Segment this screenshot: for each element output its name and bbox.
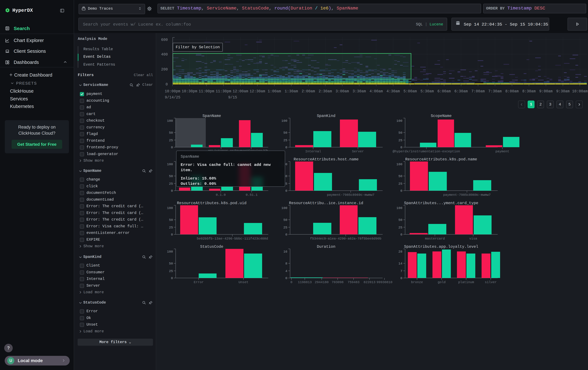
svg-text:4:30am: 4:30am <box>387 89 400 93</box>
svg-text:silver: silver <box>485 280 497 284</box>
svg-text:4:00am: 4:00am <box>369 89 383 93</box>
svg-text:12:30am: 12:30am <box>250 89 265 93</box>
svg-text:9/15: 9/15 <box>228 95 237 100</box>
svg-text:3:30am: 3:30am <box>353 89 366 93</box>
svg-text:gold: gold <box>438 280 445 284</box>
svg-text:12:00am: 12:00am <box>233 89 248 93</box>
svg-text:ResourceAttributes.host.name: ResourceAttributes.host.name <box>294 157 358 161</box>
svg-text:8: 8 <box>285 262 287 265</box>
svg-text:10:30pm: 10:30pm <box>182 89 197 93</box>
svg-text:50: 50 <box>169 174 173 178</box>
svg-text:8:00am: 8:00am <box>505 89 519 93</box>
svg-text:0.51.1: 0.51.1 <box>246 193 258 197</box>
svg-text:50: 50 <box>398 131 402 135</box>
svg-text:50: 50 <box>169 131 173 135</box>
svg-text:9/14/25: 9/14/25 <box>165 95 180 100</box>
svg-text:703098: 703098 <box>332 280 344 284</box>
svg-text:@hyperdx/instrumentation-excep: @hyperdx/instrumentation-exception <box>393 150 460 153</box>
svg-text:StatusCode: StatusCode <box>200 245 223 249</box>
svg-text:mastercard: mastercard <box>425 237 445 240</box>
svg-text:1198813: 1198813 <box>298 280 312 284</box>
svg-text:6:30am: 6:30am <box>454 89 468 93</box>
svg-text:50: 50 <box>169 218 173 222</box>
svg-text:0: 0 <box>400 146 402 149</box>
svg-text:8:30am: 8:30am <box>522 89 536 93</box>
svg-text:600: 600 <box>161 38 168 42</box>
svg-text:50: 50 <box>283 131 287 135</box>
svg-text:SpanAttributes.app.loyalty.lev: SpanAttributes.app.loyalty.level <box>404 245 478 249</box>
svg-text:100: 100 <box>282 206 287 210</box>
svg-text:50: 50 <box>283 218 287 222</box>
svg-text:0: 0 <box>400 276 402 280</box>
svg-text:platinum: platinum <box>458 280 474 284</box>
svg-text:25: 25 <box>169 139 173 142</box>
svg-text:822013: 822013 <box>364 280 376 284</box>
svg-text:1:00am: 1:00am <box>268 89 281 93</box>
svg-text:2:00am: 2:00am <box>302 89 315 93</box>
svg-text:Error: Error <box>194 280 204 284</box>
svg-text:100: 100 <box>167 250 173 253</box>
svg-text:5:00am: 5:00am <box>403 89 417 93</box>
svg-text:0: 0 <box>166 82 168 87</box>
svg-text:0: 0 <box>285 146 287 149</box>
svg-text:9:30am: 9:30am <box>556 89 570 93</box>
svg-text:28: 28 <box>398 250 402 253</box>
svg-text:3:00am: 3:00am <box>336 89 349 93</box>
svg-text:7: 7 <box>400 269 402 273</box>
svg-text:100: 100 <box>167 206 173 210</box>
svg-text:4: 4 <box>285 269 287 273</box>
svg-text:Unset: Unset <box>239 280 248 284</box>
svg-text:0: 0 <box>400 233 402 237</box>
svg-text:7:30am: 7:30am <box>488 89 502 93</box>
svg-text:0: 0 <box>171 276 173 280</box>
svg-text:ScopeName: ScopeName <box>431 114 452 118</box>
svg-text:400: 400 <box>161 52 168 57</box>
svg-text:10:00pm: 10:00pm <box>165 89 180 93</box>
svg-text:ResourceAttributes.k8s.pod.nam: ResourceAttributes.k8s.pod.name <box>405 157 477 161</box>
svg-text:14: 14 <box>398 262 402 265</box>
svg-text:11:00pm: 11:00pm <box>199 89 214 93</box>
svg-text:25: 25 <box>169 182 173 186</box>
svg-text:5e02b5fb-13ae-4296-bbbc-111f42: 5e02b5fb-13ae-4296-bbbc-111f423c460d <box>197 237 268 240</box>
svg-text:50: 50 <box>398 174 402 178</box>
svg-text:100: 100 <box>167 119 173 123</box>
svg-text:payment: payment <box>495 150 509 153</box>
svg-text:0: 0 <box>285 189 287 193</box>
svg-text:25: 25 <box>398 182 402 186</box>
svg-text:7:00am: 7:00am <box>472 89 485 93</box>
svg-text:25: 25 <box>283 139 287 142</box>
svg-text:0: 0 <box>285 233 287 237</box>
svg-text:Server: Server <box>352 150 364 153</box>
svg-text:0: 0 <box>171 233 173 237</box>
svg-text:SpanAttributes...yment.card_ty: SpanAttributes...yment.card_type <box>404 201 478 205</box>
svg-text:payment-7985c8969c-mwmw7: payment-7985c8969c-mwmw7 <box>443 193 491 197</box>
svg-text:100: 100 <box>282 119 287 123</box>
svg-text:99930810: 99930810 <box>377 280 392 284</box>
svg-text:25: 25 <box>169 226 173 230</box>
svg-text:200: 200 <box>161 67 168 72</box>
svg-text:25: 25 <box>398 139 402 142</box>
svg-text:5:30am: 5:30am <box>420 89 434 93</box>
svg-text:6:00am: 6:00am <box>437 89 451 93</box>
svg-text:SpanName: SpanName <box>202 114 221 118</box>
svg-text:10:00am: 10:00am <box>572 89 588 93</box>
svg-text:1:30am: 1:30am <box>285 89 298 93</box>
svg-text:SpanKind: SpanKind <box>317 114 335 118</box>
svg-text:payment-7985c8969c-mwmw7: payment-7985c8969c-mwmw7 <box>327 193 374 197</box>
svg-text:0.1.0: 0.1.0 <box>216 193 226 197</box>
svg-text:759483: 759483 <box>348 280 359 284</box>
svg-text:0: 0 <box>400 189 402 193</box>
svg-text:100: 100 <box>167 162 173 166</box>
svg-text:11:30pm: 11:30pm <box>216 89 231 93</box>
svg-text:100: 100 <box>396 119 402 123</box>
svg-text:0: 0 <box>171 146 173 149</box>
svg-text:50: 50 <box>169 262 173 265</box>
svg-text:Internal: Internal <box>305 150 321 153</box>
svg-text:Duration: Duration <box>317 245 335 249</box>
svg-text:50: 50 <box>398 218 402 222</box>
svg-text:0: 0 <box>171 189 173 193</box>
svg-text:ResourceAttribu..ice.instance.: ResourceAttribu..ice.instance.id <box>289 201 363 205</box>
svg-text:0: 0 <box>285 276 287 280</box>
svg-text:ResourceAttributes.k8s.pod.uid: ResourceAttributes.k8s.pod.uid <box>177 201 246 205</box>
svg-text:16: 16 <box>283 250 287 253</box>
